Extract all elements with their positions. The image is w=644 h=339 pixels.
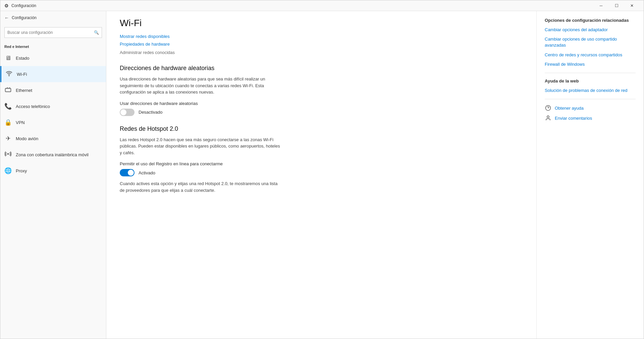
zona-icon — [4, 151, 12, 159]
text-administrar: Administrar redes conocidas — [120, 50, 175, 55]
sidebar-item-vpn-label: VPN — [16, 120, 25, 125]
ethernet-icon — [4, 86, 12, 95]
link-centro[interactable]: Centro de redes y recursos compartidos — [545, 52, 636, 58]
sidebar-item-estado[interactable]: 🖥 Estado — [0, 50, 106, 66]
wifi-icon — [5, 70, 13, 78]
titlebar: ⚙ Configuración ─ ☐ ✕ — [0, 0, 644, 11]
vpn-icon: 🔒 — [4, 119, 12, 126]
svg-point-5 — [547, 116, 549, 118]
sidebar-item-zona-label: Zona con cobertura inalámbrica móvil — [16, 152, 89, 157]
sidebar-item-proxy-label: Proxy — [16, 168, 27, 173]
sidebar-item-vpn[interactable]: 🔒 VPN — [0, 114, 106, 130]
enviar-feedback-row[interactable]: Enviar comentarios — [545, 115, 636, 121]
svg-rect-1 — [5, 88, 11, 92]
svg-point-0 — [9, 75, 9, 76]
toggle-hotspot-label: Permitir el uso del Registro en línea pa… — [120, 161, 523, 166]
right-divider-2 — [545, 99, 636, 99]
estado-icon: 🖥 — [4, 55, 12, 62]
maximize-button[interactable]: ☐ — [609, 0, 624, 11]
enviar-feedback-icon — [545, 115, 551, 121]
sidebar-item-wifi[interactable]: Wi-Fi — [0, 66, 106, 82]
main-content: Wi-Fi Mostrar redes disponibles Propieda… — [106, 11, 536, 339]
obtener-ayuda-row[interactable]: Obtener ayuda — [545, 105, 636, 111]
link-obtener[interactable]: Obtener ayuda — [555, 106, 584, 111]
sidebar-item-proxy[interactable]: 🌐 Proxy — [0, 163, 106, 179]
search-icon: 🔍 — [94, 30, 99, 35]
right-divider — [545, 73, 636, 73]
section-hotspot-title: Redes de Hotspot 2.0 — [120, 125, 523, 132]
toggle-hotspot-row: Activado — [120, 169, 523, 176]
sidebar-section-label: Red e Internet — [0, 41, 106, 50]
sidebar-app-title: Configuración — [12, 15, 37, 20]
sidebar-item-acceso[interactable]: 📞 Acceso telefónico — [0, 98, 106, 114]
titlebar-title: Configuración — [11, 3, 36, 8]
sidebar-item-ethernet[interactable]: Ethernet — [0, 82, 106, 98]
proxy-icon: 🌐 — [4, 167, 12, 174]
link-mostrar[interactable]: Mostrar redes disponibles — [120, 34, 523, 39]
sidebar-item-zona[interactable]: Zona con cobertura inalámbrica móvil — [0, 147, 106, 163]
link-propiedades[interactable]: Propiedades de hardware — [120, 42, 523, 47]
hotspot-extra-desc: Cuando actives esta opción y elijas una … — [120, 180, 281, 193]
page-title: Wi-Fi — [120, 18, 523, 29]
right-config-title: Opciones de configuración relacionadas — [545, 18, 636, 23]
toggle-hardware-thumb — [120, 109, 126, 115]
section-hardware-title: Direcciones de hardware aleatorias — [120, 65, 523, 72]
acceso-icon: 📞 — [4, 103, 12, 110]
right-help-title: Ayuda de la web — [545, 78, 636, 83]
sidebar-item-acceso-label: Acceso telefónico — [16, 104, 50, 109]
sidebar-item-ethernet-label: Ethernet — [16, 88, 32, 93]
titlebar-controls: ─ ☐ ✕ — [593, 0, 640, 11]
sidebar: ← Configuración 🔍 Red e Internet 🖥 Estad… — [0, 11, 106, 339]
link-enviar[interactable]: Enviar comentarios — [555, 116, 592, 121]
minimize-button[interactable]: ─ — [593, 0, 609, 11]
link-solucion[interactable]: Solución de problemas de conexión de red — [545, 88, 636, 94]
close-button[interactable]: ✕ — [624, 0, 640, 11]
svg-point-2 — [7, 153, 8, 154]
toggle-hardware[interactable] — [120, 109, 135, 116]
sidebar-item-label: Estado — [16, 56, 29, 61]
back-button[interactable]: ← Configuración — [0, 11, 106, 24]
toggle-hotspot-thumb — [128, 170, 134, 176]
section-hardware-desc: Usa direcciones de hardware aleatorias p… — [120, 76, 281, 96]
settings-icon: ⚙ — [4, 3, 9, 8]
toggle-hardware-label: Usar direcciones de hardware aleatorias — [120, 101, 523, 106]
titlebar-left: ⚙ Configuración — [4, 3, 36, 8]
toggle-hotspot-state: Activado — [139, 170, 155, 175]
sidebar-item-avion[interactable]: ✈ Modo avión — [0, 130, 106, 147]
obtener-ayuda-icon — [545, 105, 551, 111]
sidebar-item-avion-label: Modo avión — [16, 136, 38, 141]
search-box[interactable]: 🔍 — [4, 27, 102, 38]
sidebar-item-wifi-label: Wi-Fi — [17, 72, 27, 77]
toggle-hardware-row: Desactivado — [120, 109, 523, 116]
avion-icon: ✈ — [4, 135, 12, 142]
toggle-hardware-state: Desactivado — [139, 110, 163, 115]
link-compartido[interactable]: Cambiar opciones de uso compartido avanz… — [545, 36, 636, 48]
link-adaptador[interactable]: Cambiar opciones del adaptador — [545, 27, 636, 33]
toggle-hotspot[interactable] — [120, 169, 135, 176]
section-hotspot-desc: Las redes Hotspot 2.0 hacen que sea más … — [120, 136, 281, 156]
right-panel: Opciones de configuración relacionadas C… — [536, 11, 644, 339]
search-input[interactable] — [7, 30, 92, 35]
back-icon: ← — [4, 15, 9, 20]
link-firewall[interactable]: Firewall de Windows — [545, 61, 636, 67]
